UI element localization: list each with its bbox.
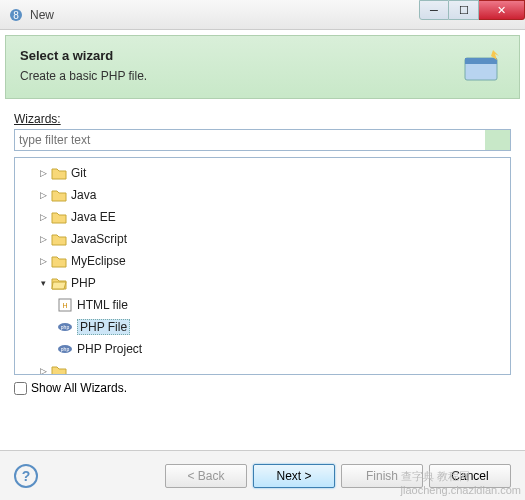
tree-item-javaee[interactable]: ▷Java EE [17, 206, 508, 228]
tree-item-more[interactable]: ▷ [17, 360, 508, 375]
php-file-icon: php [57, 320, 73, 334]
tree-item-php[interactable]: ▾PHP [17, 272, 508, 294]
banner-subtitle: Create a basic PHP file. [20, 69, 505, 83]
folder-icon [51, 232, 67, 246]
svg-text:8: 8 [13, 10, 19, 21]
tree-label: MyEclipse [71, 254, 126, 268]
chevron-right-icon[interactable]: ▷ [37, 233, 49, 245]
folder-icon [51, 254, 67, 268]
wizard-tree[interactable]: ▷Git ▷Java ▷Java EE ▷JavaScript ▷MyEclip… [14, 157, 511, 375]
tree-label: Java [71, 188, 96, 202]
tree-label: JavaScript [71, 232, 127, 246]
minimize-button[interactable]: ─ [419, 0, 449, 20]
svg-text:php: php [61, 346, 70, 352]
app-icon: 8 [8, 7, 24, 23]
maximize-button[interactable]: ☐ [449, 0, 479, 20]
close-button[interactable]: ✕ [479, 0, 525, 20]
folder-open-icon [51, 276, 67, 290]
tree-item-java[interactable]: ▷Java [17, 184, 508, 206]
window-title: New [30, 8, 54, 22]
svg-rect-3 [465, 58, 497, 64]
show-all-checkbox[interactable] [14, 382, 27, 395]
finish-button[interactable]: Finish [341, 464, 423, 488]
tree-item-myeclipse[interactable]: ▷MyEclipse [17, 250, 508, 272]
html-file-icon: H [57, 298, 73, 312]
php-project-icon: php [57, 342, 73, 356]
folder-icon [51, 188, 67, 202]
filter-input[interactable] [14, 129, 511, 151]
svg-text:php: php [61, 324, 70, 330]
tree-item-git[interactable]: ▷Git [17, 162, 508, 184]
chevron-right-icon[interactable]: ▷ [37, 167, 49, 179]
banner-heading: Select a wizard [20, 48, 505, 63]
window-controls: ─ ☐ ✕ [419, 0, 525, 20]
cancel-button[interactable]: Cancel [429, 464, 511, 488]
tree-label: PHP File [77, 319, 130, 335]
tree-item-htmlfile[interactable]: HHTML file [17, 294, 508, 316]
folder-icon [51, 210, 67, 224]
tree-label: PHP [71, 276, 96, 290]
chevron-right-icon[interactable]: ▷ [37, 211, 49, 223]
chevron-right-icon[interactable]: ▷ [37, 365, 49, 375]
tree-label: Java EE [71, 210, 116, 224]
back-button[interactable]: < Back [165, 464, 247, 488]
chevron-right-icon[interactable]: ▷ [37, 189, 49, 201]
wizard-banner: Select a wizard Create a basic PHP file. [5, 35, 520, 99]
next-button[interactable]: Next > [253, 464, 335, 488]
show-all-label: Show All Wizards. [31, 381, 127, 395]
svg-text:H: H [62, 302, 67, 309]
help-button[interactable]: ? [14, 464, 38, 488]
button-bar: ? < Back Next > Finish Cancel [0, 450, 525, 500]
chevron-right-icon[interactable]: ▷ [37, 255, 49, 267]
tree-item-phpproject[interactable]: phpPHP Project [17, 338, 508, 360]
tree-label: Git [71, 166, 86, 180]
chevron-down-icon[interactable]: ▾ [37, 277, 49, 289]
show-all-row: Show All Wizards. [14, 381, 511, 395]
title-bar: 8 New ─ ☐ ✕ [0, 0, 525, 30]
folder-icon [51, 364, 67, 375]
tree-item-javascript[interactable]: ▷JavaScript [17, 228, 508, 250]
wizards-label: Wizards: [14, 112, 61, 126]
content-area: Wizards: ▷Git ▷Java ▷Java EE ▷JavaScript… [0, 104, 525, 399]
folder-icon [51, 166, 67, 180]
tree-label: HTML file [77, 298, 128, 312]
wizard-icon [461, 46, 505, 86]
tree-label: PHP Project [77, 342, 142, 356]
tree-item-phpfile[interactable]: phpPHP File [17, 316, 508, 338]
